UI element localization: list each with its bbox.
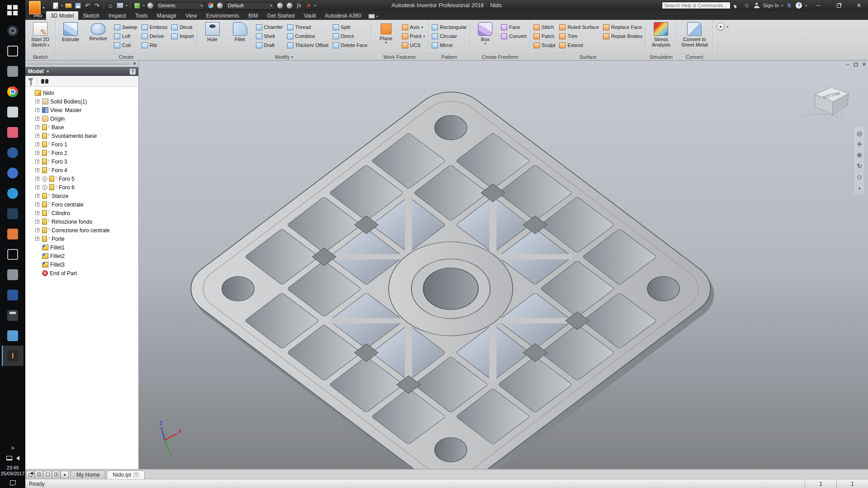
tree-item-end-of-part[interactable]: i End of Part xyxy=(27,269,138,277)
doc-close-icon[interactable]: ✕ xyxy=(862,61,866,67)
tab-get-started[interactable]: Get Started xyxy=(263,11,299,20)
action-center-icon[interactable] xyxy=(10,480,16,485)
taskbar-start-icon[interactable] xyxy=(2,0,24,20)
expand-toggle-icon[interactable] xyxy=(35,134,39,138)
redo-icon[interactable]: ↷ xyxy=(93,2,101,9)
taskbar-paint-icon[interactable] xyxy=(2,122,24,142)
tile-vertical-button[interactable] xyxy=(52,471,60,478)
import-button[interactable]: Import xyxy=(170,32,195,41)
sculpt-button[interactable]: Sculpt xyxy=(532,41,557,50)
tree-item-svuotamento-base[interactable]: i Svuotamento base xyxy=(27,131,138,140)
shell-button[interactable]: Shell xyxy=(255,32,284,41)
doc-restore-icon[interactable] xyxy=(854,62,858,67)
search-input[interactable] xyxy=(662,2,731,9)
tree-item-base[interactable]: i Base xyxy=(27,123,138,131)
ruled-surface-button[interactable]: Ruled Surface xyxy=(558,23,600,32)
tab-3d-model[interactable]: 3D Model xyxy=(46,11,78,20)
tree-item-rimozione-fondo[interactable]: i Rimozione fondo xyxy=(27,217,138,226)
tab-environments[interactable]: Environments xyxy=(202,11,244,20)
expand-toggle-icon[interactable] xyxy=(35,237,39,241)
expand-toggle-icon[interactable] xyxy=(35,117,39,121)
expand-toggle-icon[interactable] xyxy=(35,202,39,206)
filter-icon[interactable] xyxy=(28,78,33,84)
zoom-icon[interactable] xyxy=(857,150,862,160)
tree-item-foro-2[interactable]: i Foro 2 xyxy=(27,149,138,157)
expand-toggle-icon[interactable] xyxy=(35,177,39,181)
coil-button[interactable]: Coil xyxy=(113,41,139,50)
tree-item-correzione-foro-centrale[interactable]: i Correzione foro centrale xyxy=(27,226,138,235)
tab-vault[interactable]: Vault xyxy=(299,11,320,20)
tree-item-stanze[interactable]: i Stanze xyxy=(27,192,138,200)
clear-appearance-icon[interactable] xyxy=(286,2,293,9)
find-icon[interactable] xyxy=(41,79,48,84)
appearance-ball-icon[interactable] xyxy=(216,2,224,9)
help-dropdown-icon[interactable]: ▾ xyxy=(805,4,807,8)
taskbar-app-gray-icon[interactable] xyxy=(2,264,24,285)
freeform-box-button[interactable]: Box xyxy=(472,21,498,46)
decal-button[interactable]: Decal xyxy=(170,23,195,32)
taskbar-calculator-icon[interactable] xyxy=(2,305,24,325)
restore-button[interactable] xyxy=(830,0,848,10)
network-icon[interactable] xyxy=(6,456,12,460)
panel-label-create-freeform[interactable]: Create Freeform xyxy=(470,53,530,60)
tab-bim[interactable]: BIM xyxy=(244,11,262,20)
tree-item-fillet1[interactable]: i Fillet1 xyxy=(27,243,138,252)
rectangular-button[interactable]: Rectangular xyxy=(430,23,468,32)
color-wheel-icon[interactable] xyxy=(207,2,214,9)
thicken-offset-button[interactable]: Thicken/ Offset xyxy=(286,41,330,50)
tray-overflow-chevron-icon[interactable]: > xyxy=(2,443,24,453)
browser-help-icon[interactable]: ? xyxy=(130,69,136,75)
panel-label-pattern[interactable]: Pattern xyxy=(429,53,470,60)
sign-in-person-icon[interactable] xyxy=(753,2,760,9)
taskbar-app-cyan-icon[interactable] xyxy=(2,183,24,203)
taskbar-photos-icon[interactable] xyxy=(2,102,24,122)
tab-manage[interactable]: Manage xyxy=(152,11,181,20)
expand-toggle-icon[interactable] xyxy=(35,160,39,164)
extend-button[interactable]: Extend xyxy=(558,41,600,50)
tab-sketch[interactable]: Sketch xyxy=(78,11,104,20)
thread-button[interactable]: Thread xyxy=(286,23,330,32)
volume-icon[interactable] xyxy=(14,456,19,460)
derive-button[interactable]: Derive xyxy=(140,32,169,41)
expand-toggle-icon[interactable] xyxy=(35,220,39,224)
taskbar-store-icon[interactable] xyxy=(2,61,24,81)
tree-item-foro-4[interactable]: i Foro 4 xyxy=(27,166,138,174)
rib-button[interactable]: Rib xyxy=(140,41,169,50)
taskbar-app-dark-icon[interactable] xyxy=(2,203,24,224)
browser-header[interactable]: Model ▼ ? xyxy=(25,67,138,76)
browser-close-icon[interactable]: ✕ xyxy=(133,61,137,66)
ribbon-collapse-button[interactable]: ▼ ▾ xyxy=(713,20,732,60)
axis-button[interactable]: Axis xyxy=(401,23,426,32)
render-icon[interactable] xyxy=(116,2,124,9)
taskbar-app-window-icon[interactable] xyxy=(2,244,24,264)
expand-tabs-button[interactable]: ▲ xyxy=(61,471,69,478)
render-dropdown-icon[interactable]: ▾ xyxy=(126,4,127,8)
trim-button[interactable]: Trim xyxy=(558,32,600,41)
new-file-icon[interactable] xyxy=(52,2,59,9)
material-dropdown-icon[interactable]: ▾ xyxy=(143,4,145,8)
taskbar-chrome-icon[interactable] xyxy=(2,81,24,102)
tab-inspect[interactable]: Inspect xyxy=(104,11,131,20)
minimize-button[interactable]: ─ xyxy=(809,0,827,10)
orbit-icon[interactable] xyxy=(857,160,862,171)
tree-item-foro-1[interactable]: i Foro 1 xyxy=(27,140,138,149)
tree-item-porte[interactable]: i Porte xyxy=(27,235,138,243)
loft-button[interactable]: Loft xyxy=(113,32,139,41)
direct-button[interactable]: Direct xyxy=(331,32,369,41)
full-navigation-wheel-icon[interactable] xyxy=(857,128,862,139)
circular-button[interactable]: Circular xyxy=(430,32,468,41)
stress-analysis-button[interactable]: Stress Analysis xyxy=(648,21,674,48)
tree-item-foro-6[interactable]: i Foro 6 xyxy=(27,183,138,192)
home-icon[interactable] xyxy=(107,2,114,9)
taskbar-app-blue-icon[interactable] xyxy=(2,163,24,183)
panel-label-work-features[interactable]: Work Features xyxy=(371,53,428,60)
appearance-combo[interactable]: Default xyxy=(226,2,274,9)
expand-toggle-icon[interactable] xyxy=(35,151,39,155)
panel-label-surface[interactable]: Surface xyxy=(530,53,646,60)
convert-to-sheet-metal-button[interactable]: Convert to Sheet Metal xyxy=(678,21,711,48)
tree-item-foro-5[interactable]: i Foro 5 xyxy=(27,174,138,183)
tree-item-cilindro[interactable]: i Cilindro xyxy=(27,209,138,217)
panel-label-create[interactable]: Create xyxy=(56,53,197,60)
taskbar-word-blue-icon[interactable] xyxy=(2,285,24,305)
favorites-icon[interactable] xyxy=(743,2,750,9)
